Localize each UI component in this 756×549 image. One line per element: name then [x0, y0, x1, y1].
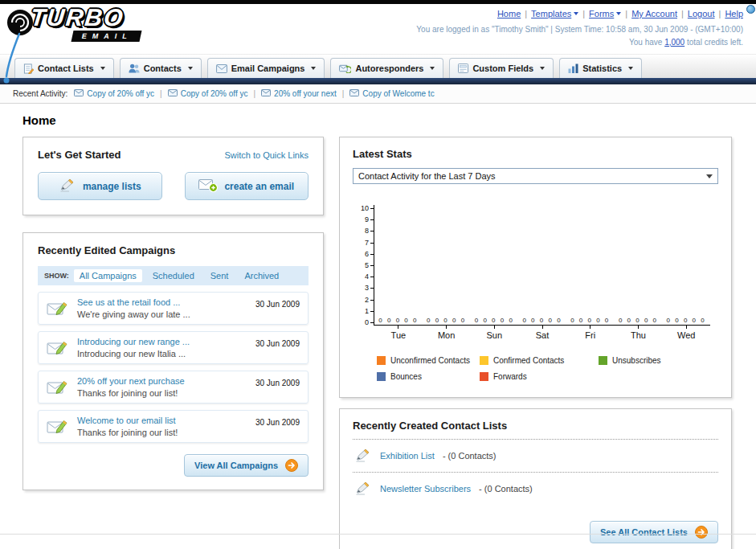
campaign-row[interactable]: Introducing our new range ...Introducing…: [38, 331, 309, 364]
contact-list-link[interactable]: Newsletter Subscribers: [380, 484, 471, 494]
button-label: create an email: [224, 181, 294, 192]
y-axis-label: 8: [365, 227, 369, 235]
contact-lists-footer: See All Contact Lists: [353, 521, 718, 543]
manage-lists-button[interactable]: manage lists: [38, 172, 162, 200]
show-tab-all-campaigns[interactable]: All Campaigns: [74, 269, 142, 282]
x-axis-label: Sat: [518, 330, 566, 340]
nav-tab-autoresponders[interactable]: Autoresponders: [330, 58, 443, 78]
nav-tab-contacts[interactable]: Contacts: [120, 58, 202, 78]
contact-lists-panel: Recently Created Contact Lists Exhibitio…: [339, 408, 732, 549]
campaign-subtitle: Thanks for joining our list!: [77, 388, 247, 398]
top-link-help[interactable]: Help: [725, 7, 743, 21]
top-link-forms[interactable]: Forms: [589, 7, 621, 21]
pencil-icon: [354, 481, 372, 497]
chevron-down-icon: [540, 67, 545, 70]
custom-fields-icon: [458, 64, 468, 73]
x-axis-label: Sun: [470, 330, 518, 340]
chevron-down-icon: [616, 12, 621, 15]
nav-tab-label: Autoresponders: [355, 64, 423, 73]
chart-legend: Unconfirmed ContactsConfirmed ContactsUn…: [377, 356, 718, 381]
campaign-row[interactable]: Welcome to our email listThanks for join…: [38, 410, 309, 443]
campaigns-panel: Recently Edited Campaigns SHOW: All Camp…: [22, 232, 324, 490]
show-tab-archived[interactable]: Archived: [239, 269, 284, 282]
top-link-logout[interactable]: Logout: [688, 7, 715, 21]
contact-list-link[interactable]: Exhibition List: [380, 451, 435, 461]
campaign-title-link[interactable]: Introducing our new range ...: [77, 337, 247, 346]
campaign-row[interactable]: See us at the retail food ...We're givin…: [38, 292, 309, 325]
credits-link[interactable]: 1,000: [664, 38, 684, 47]
top-links: Home|Templates|Forms|My Account|Logout|H…: [416, 7, 743, 21]
legend-item: Unsubscribes: [599, 356, 718, 365]
recent-activity-link[interactable]: Copy of Welcome tc: [362, 89, 434, 98]
campaign-title-link[interactable]: 20% off your next purchase: [77, 376, 247, 386]
nav-tab-custom-fields[interactable]: Custom Fields: [449, 58, 554, 78]
see-all-contact-lists-label: See All Contact Lists: [600, 527, 688, 537]
show-label: SHOW:: [44, 272, 69, 280]
help-globe-icon[interactable]: [746, 5, 755, 14]
view-all-campaigns-button[interactable]: View All Campaigns: [184, 454, 309, 477]
create-an-email-button[interactable]: create an email: [185, 172, 309, 200]
contact-list-row[interactable]: Exhibition List- (0 Contacts): [353, 440, 718, 473]
recent-activity-items: Copy of 20% off yc|Copy of 20% off yc|20…: [74, 89, 434, 98]
y-axis-label: 4: [365, 273, 369, 281]
x-axis-label-group: Sat: [518, 326, 566, 340]
tick-mark: [638, 326, 639, 329]
recent-activity-link[interactable]: Copy of 20% off yc: [87, 89, 154, 98]
bar-value-labels: 0 0 0 0 0: [518, 317, 566, 324]
show-tab-sent[interactable]: Sent: [205, 269, 235, 282]
stats-activity-dropdown[interactable]: Contact Activity for the Last 7 Days: [353, 168, 718, 184]
separator: |: [625, 9, 627, 18]
header: TURBO EMAIL Home|Templates|Forms|My Acco…: [0, 4, 756, 54]
view-all-campaigns-label: View All Campaigns: [194, 461, 278, 470]
nav-tab-statistics[interactable]: Statistics: [559, 58, 642, 78]
tick-mark: [590, 326, 590, 329]
y-axis-label: 0: [365, 319, 369, 326]
campaign-row[interactable]: 20% off your next purchaseThanks for joi…: [38, 371, 309, 404]
campaign-subtitle: We're giving away our late ...: [77, 309, 247, 319]
top-link-my-account[interactable]: My Account: [631, 7, 677, 21]
legend-label: Unconfirmed Contacts: [390, 356, 470, 365]
x-axis-label-group: Thu: [615, 326, 663, 340]
top-link-templates[interactable]: Templates: [531, 7, 578, 21]
chevron-down-icon: [188, 67, 193, 70]
chevron-down-icon: [628, 67, 633, 70]
x-axis-label-group: Tue: [374, 326, 423, 340]
campaigns-filter-bar: SHOW: All CampaignsScheduledSentArchived: [38, 266, 309, 285]
recent-activity-link[interactable]: 20% off your next: [274, 89, 337, 98]
campaign-title-link[interactable]: Welcome to our email list: [77, 416, 247, 425]
campaign-title-link[interactable]: See us at the retail food ...: [77, 297, 247, 307]
envelope-pencil-icon: [47, 338, 69, 358]
y-axis-label: 5: [365, 262, 369, 269]
recent-activity-item[interactable]: 20% off your next: [261, 89, 337, 98]
get-started-buttons: manage listscreate an email: [38, 172, 309, 200]
contact-list-row[interactable]: Newsletter Subscribers- (0 Contacts): [353, 473, 718, 505]
recent-activity-link[interactable]: Copy of 20% off yc: [181, 89, 248, 98]
get-started-header: Let's Get Started Switch to Quick Links: [38, 149, 309, 161]
x-axis-label: Wed: [662, 330, 710, 340]
bar-value-labels: 0 0 0 0 0: [423, 317, 471, 324]
separator: |: [253, 89, 255, 98]
legend-label: Bounces: [390, 372, 422, 381]
x-axis-label-group: Sun: [470, 326, 518, 340]
envelope-icon: [261, 89, 271, 98]
see-all-contact-lists-button[interactable]: See All Contact Lists: [590, 521, 718, 543]
nav-tab-contact-lists[interactable]: Contact Lists: [14, 58, 114, 78]
recent-activity-item[interactable]: Copy of 20% off yc: [74, 89, 154, 98]
chart-bar-group: 0 0 0 0 0: [470, 317, 518, 325]
credits-info: You have 1,000 total credits left.: [416, 36, 743, 48]
y-axis-label: 9: [365, 216, 369, 223]
y-axis-tick: 1: [365, 308, 374, 315]
top-link-label: Home: [497, 7, 521, 21]
recent-activity-item[interactable]: Copy of Welcome tc: [349, 89, 434, 98]
bar-value-labels: 0 0 0 0 0: [470, 317, 518, 324]
top-link-home[interactable]: Home: [497, 7, 521, 21]
envelope-icon: [349, 89, 359, 98]
x-axis-label-group: Fri: [566, 326, 615, 340]
switch-to-quick-links-link[interactable]: Switch to Quick Links: [224, 150, 309, 160]
envelope-plus-icon: [198, 178, 218, 195]
bar-value-labels: 0 0 0 0 0: [615, 317, 663, 324]
show-tab-scheduled[interactable]: Scheduled: [147, 269, 200, 282]
recent-activity-item[interactable]: Copy of 20% off yc: [168, 89, 248, 98]
credits-suffix: total credits left.: [684, 38, 743, 47]
nav-tab-email-campaigns[interactable]: Email Campaigns: [207, 58, 325, 78]
